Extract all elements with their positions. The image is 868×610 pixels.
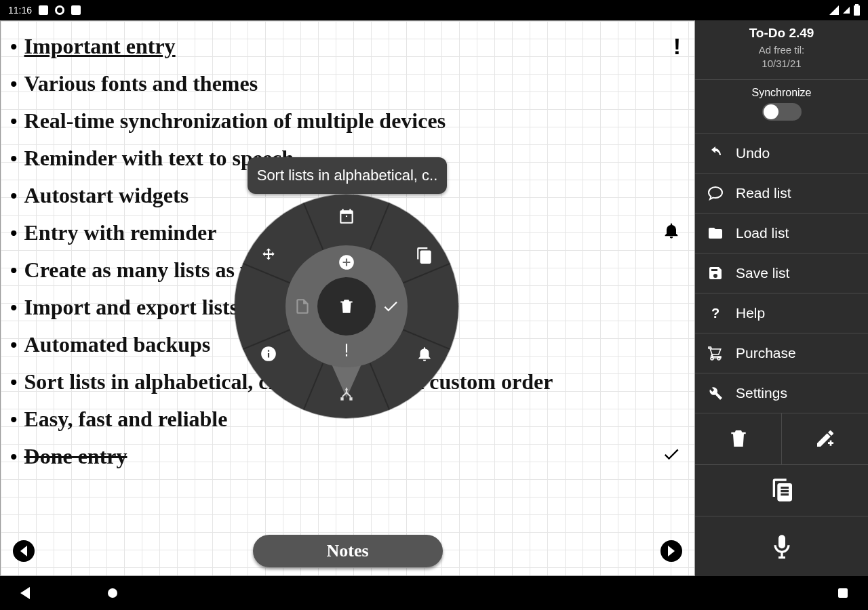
notes-icon — [294, 298, 311, 315]
radial-important-button[interactable] — [333, 337, 360, 364]
sidebar-label-save: Save list — [736, 265, 789, 281]
entry-text: Autostart widgets — [24, 183, 189, 208]
sidebar-label-undo: Undo — [736, 145, 770, 161]
list-title-button[interactable]: Notes — [253, 535, 443, 567]
sync-section: Synchronize — [695, 80, 868, 134]
info-icon — [260, 345, 277, 363]
entry-text: Real-time synchronization of multiple de… — [24, 108, 446, 134]
radial-reminder-button[interactable] — [411, 340, 438, 367]
radial-calendar-button[interactable] — [333, 203, 360, 230]
sidebar-item-save[interactable]: Save list — [695, 253, 868, 293]
entry-text: Important entry — [24, 34, 176, 59]
sidebar-label-load: Load list — [736, 225, 789, 241]
entry-indicator-check — [662, 445, 681, 468]
list-entry[interactable]: •Done entry — [10, 438, 685, 475]
battery-icon — [854, 5, 860, 16]
radial-info-button[interactable] — [255, 340, 282, 367]
help-icon: ? — [707, 305, 724, 321]
app-title: To-Do 2.49 — [695, 26, 868, 41]
sidebar-item-help[interactable]: ? Help — [695, 293, 868, 333]
entry-text: Done entry — [24, 444, 127, 469]
wifi-icon — [829, 5, 839, 15]
entry-indicator-important: ! — [673, 33, 681, 60]
sidebar-item-load[interactable]: Load list — [695, 214, 868, 253]
entry-text: Various fonts and themes — [24, 71, 258, 96]
trash-icon — [338, 298, 355, 315]
entry-text: Easy, fast and reliable — [24, 407, 228, 432]
prev-list-button[interactable] — [13, 540, 35, 562]
nav-back-button[interactable] — [20, 587, 30, 599]
sidebar-label-purchase: Purchase — [736, 345, 796, 361]
sidebar-item-read[interactable]: Read list — [695, 174, 868, 214]
next-list-button[interactable] — [660, 540, 682, 562]
copy-icon — [416, 247, 433, 264]
cell-signal-icon — [843, 7, 850, 14]
status-time: 11:16 — [8, 5, 32, 16]
radial-menu[interactable] — [235, 195, 458, 418]
sidebar-delete-button[interactable] — [695, 413, 782, 464]
entry-text: Entry with reminder — [24, 220, 217, 245]
sidebar-label-help: Help — [736, 305, 765, 321]
sidebar-voice-button[interactable] — [695, 516, 868, 577]
radial-copy-button[interactable] — [411, 242, 438, 269]
ad-free-date: 10/31/21 — [762, 58, 801, 69]
edit-add-icon — [814, 428, 836, 449]
save-icon — [707, 265, 724, 281]
radial-done-button[interactable] — [377, 293, 404, 320]
sidebar-edit-button[interactable] — [782, 413, 868, 464]
nav-home-button[interactable] — [108, 588, 117, 598]
nav-recent-button[interactable] — [838, 588, 848, 598]
trash-icon — [728, 428, 749, 449]
sync-toggle[interactable] — [762, 103, 802, 121]
sidebar-item-settings[interactable]: Settings — [695, 373, 868, 413]
bell-icon — [416, 345, 433, 363]
svg-text:?: ? — [711, 306, 719, 321]
sidebar: To-Do 2.49 Ad free til: 10/31/21 Synchro… — [695, 20, 868, 576]
lists-icon — [768, 476, 795, 504]
exclamation-icon — [338, 342, 355, 359]
sidebar-lists-button[interactable] — [695, 465, 868, 516]
ad-free-label: Ad free til: — [759, 44, 805, 56]
sidebar-label-read: Read list — [736, 185, 791, 201]
check-icon — [382, 298, 399, 315]
entry-indicator-bell — [662, 221, 681, 245]
status-bar: 11:16 — [0, 0, 868, 20]
cart-icon — [707, 345, 724, 361]
sidebar-item-purchase[interactable]: Purchase — [695, 333, 868, 373]
sidebar-header: To-Do 2.49 Ad free til: 10/31/21 — [695, 20, 868, 80]
radial-move-button[interactable] — [255, 242, 282, 269]
undo-icon — [707, 145, 724, 161]
radial-add-button[interactable] — [333, 249, 360, 276]
radial-notes-button[interactable] — [289, 293, 316, 320]
sidebar-label-settings: Settings — [736, 385, 787, 401]
sidebar-item-undo[interactable]: Undo — [695, 134, 868, 174]
list-entry[interactable]: •Real-time synchronization of multiple d… — [10, 102, 685, 140]
radial-delete-button[interactable] — [317, 277, 376, 336]
status-icon-a — [39, 5, 48, 15]
add-circle-icon — [338, 253, 355, 271]
move-icon — [260, 247, 277, 264]
calendar-icon — [338, 207, 355, 225]
folder-icon — [707, 225, 724, 241]
radial-sort-button[interactable] — [333, 381, 360, 408]
entry-text: Automated backups — [24, 332, 211, 357]
speech-bubble-icon — [707, 185, 724, 201]
list-entry[interactable]: •Important entry! — [10, 28, 685, 65]
sort-branch-icon — [338, 386, 355, 403]
list-title-label: Notes — [326, 541, 368, 561]
wrench-icon — [707, 385, 724, 401]
sync-label: Synchronize — [695, 87, 868, 99]
list-entry[interactable]: •Various fonts and themes — [10, 65, 685, 102]
status-icon-b — [55, 5, 64, 15]
microphone-icon — [768, 533, 795, 560]
system-nav-bar — [0, 576, 868, 610]
status-icon-c — [71, 5, 81, 15]
radial-tooltip: Sort lists in alphabetical, c.. — [248, 157, 447, 194]
